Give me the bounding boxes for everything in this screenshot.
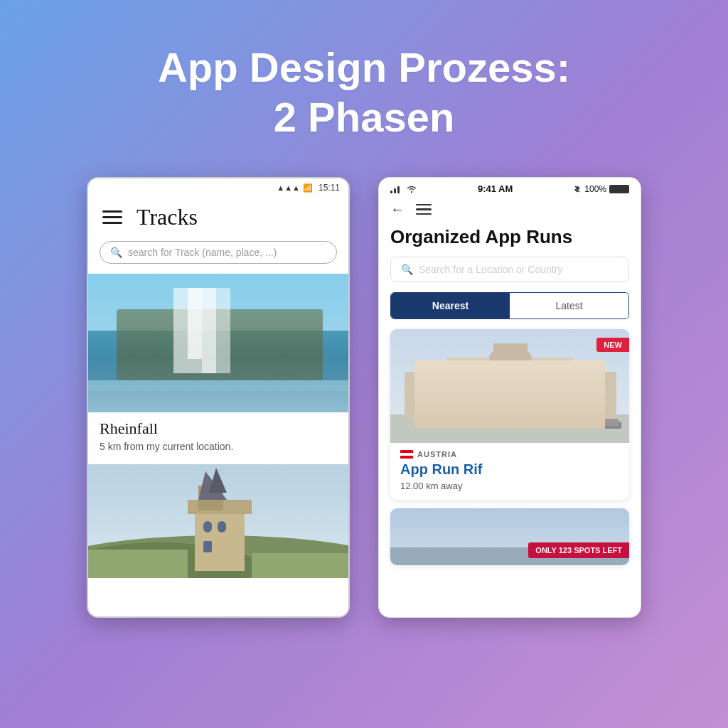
track-name-1: Rheinfall xyxy=(100,419,337,438)
svg-rect-19 xyxy=(203,541,212,552)
track-card-1[interactable]: Rheinfall 5 km from my current location. xyxy=(88,274,348,462)
svg-rect-31 xyxy=(469,368,474,414)
tab-latest[interactable]: Latest xyxy=(510,293,628,318)
statusbar-right-right: 100% xyxy=(573,184,629,194)
track-card-2[interactable] xyxy=(88,464,348,578)
spots-badge: ONLY 123 SPOTS LEFT xyxy=(528,542,629,558)
svg-point-40 xyxy=(430,417,436,423)
run-card-image-1: NEW xyxy=(390,329,629,443)
svg-rect-33 xyxy=(527,368,532,414)
wifi-icon-right xyxy=(406,185,417,193)
battery-percentage: 100% xyxy=(584,184,606,194)
right-app-title: Organized App Runs xyxy=(379,225,641,257)
svg-rect-22 xyxy=(390,191,392,193)
austria-flag-icon xyxy=(400,450,413,459)
svg-rect-39 xyxy=(390,429,629,443)
svg-rect-7 xyxy=(88,391,348,412)
waterfall-svg xyxy=(88,274,348,412)
run-distance-1: 12.00 km away xyxy=(400,481,619,491)
search-icon-right: 🔍 xyxy=(401,264,413,275)
bluetooth-icon xyxy=(573,185,582,193)
time-left: 15:11 xyxy=(318,183,340,193)
svg-rect-43 xyxy=(588,422,591,427)
svg-rect-21 xyxy=(252,553,348,578)
tab-nearest[interactable]: Nearest xyxy=(391,293,510,318)
run-country: AUSTRIA xyxy=(417,450,457,459)
svg-rect-35 xyxy=(555,368,561,414)
svg-rect-20 xyxy=(88,550,188,578)
svg-rect-23 xyxy=(394,188,396,193)
track-info-1: Rheinfall 5 km from my current location. xyxy=(88,412,348,462)
run-card-2[interactable]: ONLY 123 SPOTS LEFT xyxy=(390,508,629,565)
track-distance-1: 5 km from my current location. xyxy=(100,441,337,452)
back-button[interactable]: ← xyxy=(390,201,405,218)
right-search-bar[interactable]: 🔍 Search for a Location or Country xyxy=(390,257,629,282)
battery-icon xyxy=(609,185,629,193)
signal-icon: ▲▲▲ xyxy=(277,183,300,192)
new-badge: NEW xyxy=(596,338,629,352)
svg-rect-18 xyxy=(218,521,226,532)
svg-rect-34 xyxy=(541,368,547,414)
run-card-body-1: AUSTRIA App Run Rif 12.00 km away xyxy=(390,443,629,500)
svg-rect-37 xyxy=(570,372,616,422)
signal-bars-icon xyxy=(390,185,403,193)
svg-point-38 xyxy=(502,417,519,434)
svg-rect-27 xyxy=(447,358,574,422)
statusbar-left: ▲▲▲ 📶 15:11 xyxy=(88,178,348,197)
country-row: AUSTRIA xyxy=(400,450,619,459)
wifi-icon: 📶 xyxy=(303,183,313,193)
waterfall-image xyxy=(88,274,348,412)
svg-rect-6 xyxy=(88,380,348,412)
statusbar-right: 9:41 AM 100% xyxy=(379,178,641,197)
phones-container: ▲▲▲ 📶 15:11 Tracks 🔍 search for Track (n… xyxy=(0,177,728,618)
svg-rect-17 xyxy=(203,521,212,532)
castle-svg xyxy=(88,464,348,578)
statusbar-right-left xyxy=(390,185,417,193)
svg-rect-4 xyxy=(202,288,230,373)
run-name-1: App Run Rif xyxy=(400,461,619,478)
run-card-image-2: ONLY 123 SPOTS LEFT xyxy=(390,508,629,565)
svg-rect-41 xyxy=(432,423,434,429)
left-search-placeholder: search for Track (name, place, ...) xyxy=(128,247,277,258)
phone-right: 9:41 AM 100% ← Organized App Runs xyxy=(378,177,641,618)
svg-rect-36 xyxy=(405,372,451,422)
track-image-2 xyxy=(88,464,348,578)
tabs-row: Nearest Latest xyxy=(390,292,629,319)
left-search-bar[interactable]: 🔍 search for Track (name, place, ...) xyxy=(100,241,337,264)
svg-point-42 xyxy=(587,416,592,422)
right-nav: ← xyxy=(379,197,641,225)
svg-rect-30 xyxy=(454,368,460,414)
svg-rect-5 xyxy=(188,288,202,359)
hamburger-menu-icon[interactable] xyxy=(102,210,122,224)
search-icon-left: 🔍 xyxy=(110,247,122,258)
track-image-1 xyxy=(88,274,348,412)
menu-icon-right[interactable] xyxy=(416,204,432,215)
svg-rect-11 xyxy=(195,507,245,571)
svg-rect-32 xyxy=(483,368,488,414)
right-search-placeholder: Search for a Location or Country xyxy=(419,264,562,275)
svg-rect-29 xyxy=(493,343,528,361)
svg-rect-26 xyxy=(390,414,629,443)
bordeaux-svg xyxy=(390,329,629,443)
building-scene xyxy=(390,329,629,443)
page-title: App Design Prozess: 2 Phasen xyxy=(158,43,570,141)
left-app-title: Tracks xyxy=(136,204,198,230)
phone-left: ▲▲▲ 📶 15:11 Tracks 🔍 search for Track (n… xyxy=(87,177,350,618)
run-card-1[interactable]: NEW AUSTRIA App Run Rif 12.00 km away xyxy=(390,329,629,500)
left-phone-header: Tracks xyxy=(88,197,348,241)
svg-rect-45 xyxy=(599,419,619,426)
time-right: 9:41 AM xyxy=(478,183,513,194)
svg-rect-24 xyxy=(397,186,400,193)
